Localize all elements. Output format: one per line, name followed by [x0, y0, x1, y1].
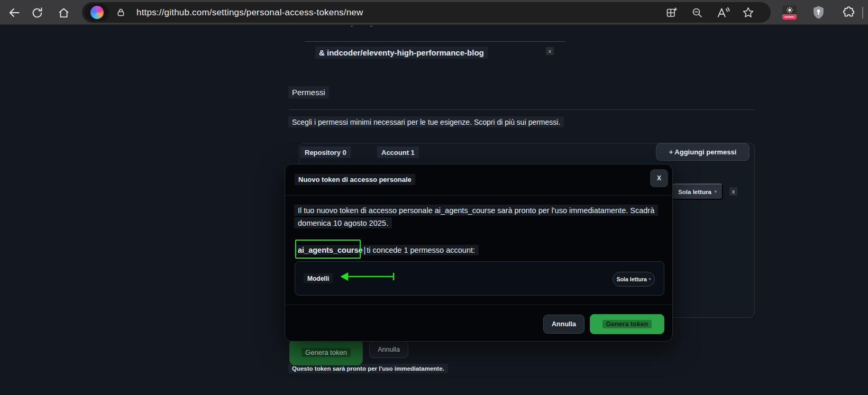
zoom-out-icon [691, 6, 703, 19]
generate-token-button[interactable]: Genera token [289, 339, 363, 365]
address-bar[interactable]: https://github.com/settings/personal-acc… [82, 2, 771, 23]
account-permission-row: Modelli Sola lettura ▾ [295, 261, 664, 296]
tab-repository[interactable]: Repository 0 [300, 146, 351, 158]
generate-token-label: Genera token [301, 348, 351, 357]
back-button[interactable] [5, 4, 24, 22]
selected-repository-chip: & indcoder/eleventy-high-performance-blo… [315, 47, 488, 59]
back-icon [7, 6, 21, 20]
refresh-icon [31, 6, 44, 20]
sparkle-glyph [782, 5, 797, 14]
extensions-puzzle-icon[interactable] [840, 5, 856, 20]
dialog-title: Nuovo token di accesso personale [295, 174, 415, 185]
copilot-button[interactable] [85, 4, 109, 21]
refresh-button[interactable] [28, 4, 47, 22]
dialog-header-divider [285, 195, 673, 196]
permissions-divider [289, 109, 755, 110]
dialog-footer-divider [285, 305, 673, 305]
new-token-confirm-dialog: Nuovo token di accesso personale X Il tu… [285, 164, 673, 342]
split-screen-button[interactable] [664, 5, 680, 20]
dialog-close-button[interactable]: X [650, 169, 668, 187]
annotation-arrow [341, 272, 399, 281]
dialog-generate-button[interactable]: Genera token [590, 314, 664, 334]
read-aloud-icon [716, 6, 730, 20]
permission-level-label: Sola lettura [617, 276, 647, 282]
browser-toolbar: https://github.com/settings/personal-acc… [0, 0, 868, 25]
remove-permission-button[interactable]: x [729, 187, 737, 196]
split-screen-icon [665, 6, 678, 19]
permissions-heading: Permessi [288, 86, 329, 98]
favorites-button[interactable] [740, 5, 756, 20]
favorites-star-icon [742, 6, 755, 19]
security-shield-icon[interactable] [810, 5, 826, 20]
dialog-intro-line2: domenica 10 agosto 2025. [294, 217, 392, 228]
red-extension-icon[interactable] [782, 5, 797, 20]
permission-level-pill[interactable]: Sola lettura ▾ [613, 272, 655, 287]
chevron-down-icon: ▾ [649, 277, 651, 281]
clipped-text-fragment [351, 25, 353, 27]
read-aloud-button[interactable] [715, 5, 731, 20]
site-info-button[interactable] [113, 5, 129, 20]
text-cursor: | [364, 246, 366, 254]
dialog-generate-label: Genera token [602, 320, 652, 328]
readonly-dropdown-label: Sola lettura [678, 189, 711, 195]
zoom-out-button[interactable] [689, 5, 705, 20]
home-icon [57, 6, 70, 20]
browser-window: https://github.com/settings/personal-acc… [0, 0, 868, 395]
home-button[interactable] [54, 4, 73, 22]
chevron-down-icon: ▾ [715, 189, 717, 194]
token-grant-line: ai_agents_course | ti concede 1 permesso… [294, 245, 479, 255]
readonly-dropdown[interactable]: Sola lettura ▾ [672, 183, 723, 200]
lock-icon [116, 7, 126, 17]
repo-section-divider [305, 41, 565, 42]
url-text[interactable]: https://github.com/settings/personal-acc… [136, 2, 363, 23]
dialog-intro-line1: Il tuo nuovo token di accesso personale … [294, 205, 658, 216]
red-extension-band [782, 14, 797, 20]
remove-repository-button[interactable]: x [546, 47, 554, 55]
clipped-text-fragment [370, 25, 372, 27]
dialog-cancel-button[interactable]: Annulla [543, 315, 584, 334]
grant-text: ti concede 1 permesso account: [367, 246, 475, 254]
tab-account[interactable]: Account 1 [377, 146, 419, 158]
token-name: ai_agents_course [298, 246, 363, 254]
add-permissions-button[interactable]: + Aggiungi permessi [656, 143, 750, 161]
cancel-button[interactable]: Annulla [369, 341, 408, 358]
permissions-description: Scegli i permessi minimi necessari per l… [288, 116, 564, 127]
copilot-icon [90, 6, 104, 19]
toolbar-edge-divider [862, 7, 863, 19]
permission-name: Modelli [304, 273, 333, 283]
